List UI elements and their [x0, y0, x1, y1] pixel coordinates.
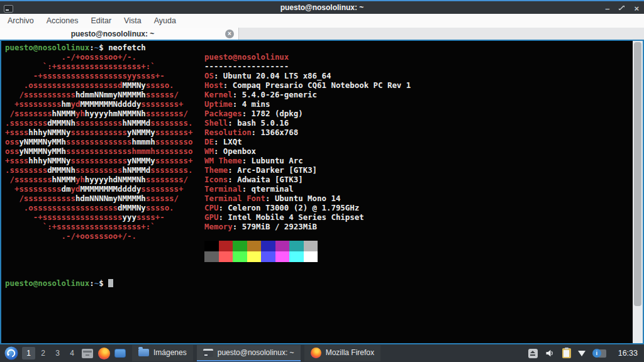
- palette-swatch: [289, 241, 304, 251]
- terminal-color-palette: [204, 241, 318, 262]
- task-firefox[interactable]: Mozilla Firefox: [304, 345, 380, 361]
- ascii-art-line: .ssssssssdMMMNhsssssssssshNMMMdssssssss.: [5, 165, 192, 175]
- palette-swatch: [204, 241, 219, 251]
- task-label: Imágenes: [153, 348, 187, 357]
- window-title: puesto@nosololinux: ~: [0, 3, 644, 12]
- ascii-art-line: .ssssssssdMMMNhsssssssssshNMMMdssssssss.: [5, 118, 192, 128]
- terminal-tab[interactable]: puesto@nosololinux: ~ ×: [0, 28, 239, 40]
- neofetch-field-os: OS: Ubuntu 20.04 LTS x86_64: [204, 71, 411, 80]
- menu-editar[interactable]: Editar: [84, 14, 118, 28]
- neofetch-field-wm: WM: Openbox: [204, 146, 411, 156]
- ascii-art-line: -+ssssssssssssssssssyyssss+-: [5, 71, 192, 80]
- ascii-art-line: +sssshhhyNMMNyssssssssssssyNMMMysssssss+: [5, 156, 192, 165]
- neofetch-field-icons: Icons: Adwaita [GTK3]: [204, 175, 411, 184]
- lubuntu-logo-icon: [4, 346, 18, 360]
- network-icon[interactable]: [578, 351, 586, 356]
- close-button[interactable]: ×: [634, 3, 639, 14]
- terminal-window[interactable]: puesto@nosololinux:~$ neofetch .-/+oosss…: [0, 40, 644, 344]
- palette-swatch: [247, 241, 262, 251]
- terminal-icon: [203, 349, 213, 357]
- removable-media-icon[interactable]: [528, 349, 538, 358]
- neofetch-field-memory: Memory: 579MiB / 2923MiB: [204, 222, 411, 231]
- ascii-art-line: ossyNMMMNyMMhsssssssssssssshmmmhssssssso: [5, 137, 192, 146]
- ubuntu-ascii-logo: .-/+oossssoo+/-. `:+ssssssssssssssssss+:…: [5, 52, 192, 241]
- menu-acciones[interactable]: Acciones: [40, 14, 85, 28]
- neofetch-info: puesto@nosololinux------------------OS: …: [204, 52, 411, 231]
- neofetch-field-packages: Packages: 1782 (dpkg): [204, 109, 411, 118]
- ascii-art-line: /sssssssshNMMMyhhyyyyhdNMMMNhssssssss/: [5, 175, 192, 184]
- volume-icon[interactable]: [545, 348, 555, 358]
- minimize-button[interactable]: –: [605, 3, 609, 14]
- folder-icon: [138, 349, 149, 356]
- taskbar: 1 2 3 4 Imágenes puesto@nosololinux: ~ M…: [0, 344, 644, 362]
- task-terminal[interactable]: puesto@nosololinux: ~: [197, 345, 301, 361]
- neofetch-field-terminal-font: Terminal Font: Ubuntu Mono 14: [204, 194, 411, 203]
- menubar: Archivo Acciones Editar Vista Ayuda: [0, 14, 644, 28]
- neofetch-separator: ------------------: [204, 62, 411, 71]
- prompt-user-host: puesto@nosololinux: [5, 43, 89, 52]
- palette-swatch: [261, 251, 275, 262]
- desktop: puesto@nosololinux: ~ – × Archivo Accion…: [0, 0, 644, 362]
- palette-swatch: [275, 251, 290, 262]
- workspace-4[interactable]: 4: [65, 347, 79, 359]
- palette-swatch: [261, 241, 275, 251]
- neofetch-field-uptime: Uptime: 4 mins: [204, 99, 411, 109]
- task-imagenes[interactable]: Imágenes: [132, 345, 193, 361]
- restore-button[interactable]: [618, 3, 625, 14]
- file-manager-icon: [82, 349, 93, 358]
- window-titlebar: puesto@nosololinux: ~ – ×: [0, 0, 644, 14]
- quicklaunch-file-manager[interactable]: [79, 345, 96, 361]
- neofetch-field-wm-theme: WM Theme: Lubuntu Arc: [204, 156, 411, 165]
- restore-icon: [618, 4, 625, 11]
- system-tray: i 16:33: [528, 348, 640, 358]
- screen-icon: [114, 349, 126, 358]
- lubuntu-menu-button[interactable]: [4, 346, 19, 361]
- neofetch-field-de: DE: LXQt: [204, 137, 411, 146]
- ascii-art-line: /sssssssshNMMMyhhyyyyhmNMMMNhssssssss/: [5, 109, 192, 118]
- prompt-user-host: puesto@nosololinux: [5, 278, 89, 288]
- terminal-content[interactable]: puesto@nosololinux:~$ neofetch .-/+oosss…: [1, 41, 633, 343]
- palette-swatch: [275, 241, 290, 251]
- menu-vista[interactable]: Vista: [118, 14, 148, 28]
- neofetch-field-terminal: Terminal: qterminal: [204, 184, 411, 194]
- workspace-2[interactable]: 2: [36, 347, 50, 359]
- quicklaunch-screen[interactable]: [112, 345, 128, 361]
- clipboard-icon[interactable]: [562, 348, 571, 358]
- menu-archivo[interactable]: Archivo: [1, 14, 40, 28]
- quicklaunch-firefox[interactable]: [96, 345, 112, 361]
- palette-swatch: [289, 251, 304, 262]
- tab-title: puesto@nosololinux: ~: [0, 30, 225, 38]
- firefox-icon: [98, 348, 110, 359]
- workspace-1[interactable]: 1: [22, 347, 35, 359]
- palette-swatch: [204, 251, 219, 262]
- tabbar: puesto@nosololinux: ~ ×: [0, 28, 644, 40]
- scrollbar-thumb[interactable]: [634, 42, 641, 306]
- menu-ayuda[interactable]: Ayuda: [148, 14, 182, 28]
- terminal-cursor: [108, 279, 113, 287]
- update-notifier-icon[interactable]: i: [592, 349, 606, 358]
- neofetch-field-cpu: CPU: Celeron T3000 (2) @ 1.795GHz: [204, 203, 411, 212]
- clock[interactable]: 16:33: [618, 349, 638, 358]
- neofetch-title: puesto@nosololinux: [204, 52, 411, 62]
- ascii-art-line: /ssssssssssshdmNNNNmyNMMMMhssssss/: [5, 194, 192, 203]
- ascii-art-line: .ossssssssssssssssssdMMMNysssso.: [5, 80, 192, 90]
- neofetch-field-resolution: Resolution: 1366x768: [204, 128, 411, 137]
- palette-row: [204, 241, 318, 251]
- palette-swatch: [247, 251, 262, 262]
- ascii-art-line: +sssshhhyNMMNyssssssssssssyNMMMysssssss+: [5, 128, 192, 137]
- tab-close-icon[interactable]: ×: [225, 30, 234, 38]
- neofetch-field-shell: Shell: bash 5.0.16: [204, 118, 411, 128]
- neofetch-field-kernel: Kernel: 5.4.0-26-generic: [204, 90, 411, 99]
- window-controls: – ×: [605, 3, 639, 15]
- terminal-scrollbar[interactable]: [633, 41, 643, 343]
- terminal-window-icon: [4, 5, 13, 13]
- ascii-art-line: /ssssssssssshdmmNNmmyNMMMMhssssss/: [5, 90, 192, 99]
- neofetch-field-host: Host: Compaq Presario CQ61 Notebook PC R…: [204, 80, 411, 90]
- ascii-art-line: .-/+oossssoo+/-.: [5, 52, 192, 62]
- ascii-art-line: `:+ssssssssssssssssss+:`: [5, 222, 192, 231]
- palette-row: [204, 251, 318, 262]
- palette-swatch: [219, 251, 233, 262]
- workspace-3[interactable]: 3: [51, 347, 64, 359]
- ascii-art-line: .ossssssssssssssssssdMMMNysssso.: [5, 203, 192, 212]
- ascii-art-line: +ssssssssshmydMMMMMMMNddddyssssssss+: [5, 99, 192, 109]
